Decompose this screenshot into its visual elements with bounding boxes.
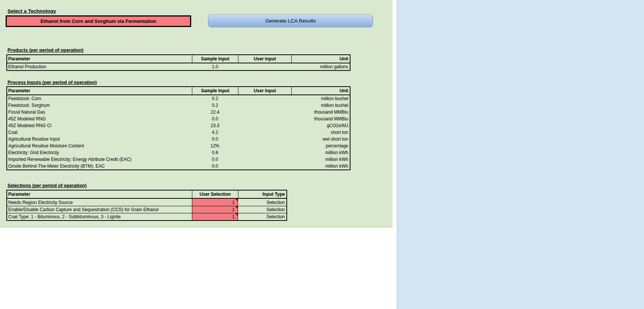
unit-cell: million kWh	[291, 163, 350, 170]
generate-lca-results-button[interactable]: Generate LCA Results	[208, 14, 373, 27]
unit-cell: million kWh	[291, 156, 350, 163]
user-selection-header: User Selection	[192, 190, 238, 198]
sample-input-cell: 12%	[192, 142, 238, 149]
unit-cell: thousand MMBtu	[291, 109, 350, 116]
input-type-header: Input Type	[238, 190, 286, 198]
user-input-cell[interactable]	[238, 63, 291, 70]
table-row: 45Z Modeled RNG0.0thousand MMBtu	[7, 116, 350, 122]
user-selection-cell[interactable]: 1	[192, 199, 238, 206]
parameter-cell: Needs Region Electricity Source	[7, 199, 192, 206]
parameter-cell: Coal	[7, 129, 192, 136]
sample-input-cell: 4.2	[192, 129, 238, 136]
table-row: Enable/Disable Carbon Capture and Seques…	[7, 206, 286, 213]
table-row: Feedstock: Sorghum0.2million bushel	[7, 102, 350, 109]
selections-section-title: Selections (per period of operation)	[7, 183, 87, 188]
results-panel: To display results, please select a clea…	[397, 0, 644, 309]
user-input-cell[interactable]	[238, 156, 291, 163]
products-section-title: Products (per period of operation)	[7, 48, 84, 53]
parameter-cell: Enable/Disable Carbon Capture and Seques…	[7, 206, 192, 213]
process-inputs-table: ParameterSample InputUser InputUnitFeeds…	[6, 86, 350, 170]
unit-cell: wet short ton	[291, 136, 350, 142]
user-input-cell[interactable]	[238, 129, 291, 136]
parameter-cell: Coal Type: 1 - Bituminous, 2 - Subbitumi…	[7, 213, 192, 220]
technology-selector-cell[interactable]: Ethanol from Corn and Sorghum via Fermen…	[6, 15, 191, 27]
sample-input-header: Sample Input	[192, 55, 238, 63]
process-inputs-section-title: Process Inputs (per period of operation)	[7, 80, 97, 85]
user-input-cell[interactable]	[238, 149, 291, 156]
parameter-cell: 45Z Modeled RNG CI	[7, 122, 192, 129]
parameter-cell: 45Z Modeled RNG	[7, 116, 192, 122]
user-input-header: User Input	[238, 87, 291, 94]
unit-cell: million kWh	[291, 149, 350, 156]
sample-input-header: Sample Input	[192, 87, 238, 94]
parameter-header: Parameter	[7, 87, 192, 94]
spreadsheet-canvas: Select a Technology Ethanol from Corn an…	[0, 0, 644, 309]
user-input-cell[interactable]	[238, 163, 291, 170]
user-input-cell[interactable]	[238, 109, 291, 116]
table-row: Needs Region Electricity Source1Selectio…	[7, 199, 286, 206]
user-selection-cell[interactable]: 1	[192, 206, 238, 213]
table-row: Agricultural Residue Input0.0wet short t…	[7, 136, 350, 142]
table-row: Coal Type: 1 - Bituminous, 2 - Subbitumi…	[7, 213, 286, 220]
sample-input-cell: 1.0	[192, 63, 238, 70]
user-input-cell[interactable]	[238, 136, 291, 142]
parameter-cell: Agricultural Residue Input	[7, 136, 192, 142]
table-header-row: ParameterSample InputUser InputUnit	[7, 87, 350, 95]
table-row: Agricultural Residue Moisture Content12%…	[7, 142, 350, 149]
user-input-header: User Input	[238, 55, 291, 63]
user-input-cell[interactable]	[238, 142, 291, 149]
parameter-cell: Feedstock: Corn	[7, 95, 192, 102]
user-input-cell[interactable]	[238, 102, 291, 109]
input-type-cell: Selection	[238, 206, 286, 213]
table-header-row: ParameterUser SelectionInput Type	[7, 190, 286, 199]
unit-cell: million bushel	[291, 95, 350, 102]
table-row: Imported Renewable Electricity: Energy A…	[7, 156, 350, 163]
sample-input-cell: 0.0	[192, 136, 238, 142]
unit-header: Unit	[291, 55, 350, 63]
table-header-row: ParameterSample InputUser InputUnit	[7, 55, 350, 63]
parameter-cell: Feedstock: Sorghum	[7, 102, 192, 109]
sample-input-cell: 23.3	[192, 122, 238, 129]
unit-cell: percentage	[291, 142, 350, 149]
parameter-header: Parameter	[7, 55, 192, 63]
table-row: 45Z Modeled RNG CI23.3gCO2e/MJ	[7, 122, 350, 129]
input-type-cell: Selection	[238, 213, 286, 220]
sample-input-cell: 0.2	[192, 95, 238, 102]
user-input-cell[interactable]	[238, 116, 291, 122]
parameter-cell: Agricultural Residue Moisture Content	[7, 142, 192, 149]
parameter-cell: Fossil Natural Gas	[7, 109, 192, 116]
selections-table: ParameterUser SelectionInput TypeNeeds R…	[6, 190, 287, 221]
sample-input-cell: 0.6	[192, 149, 238, 156]
user-input-cell[interactable]	[238, 122, 291, 129]
unit-cell: short ton	[291, 129, 350, 136]
unit-cell: thousand MMBtu	[291, 116, 350, 122]
products-table: ParameterSample InputUser InputUnitEthan…	[6, 54, 350, 71]
table-row: Electricity: Grid Electricity0.6million …	[7, 149, 350, 156]
table-row: Onsite Behind-The-Meter Electricity (BTM…	[7, 163, 350, 170]
parameter-header: Parameter	[7, 190, 192, 198]
table-row: Coal4.2short ton	[7, 129, 350, 136]
parameter-cell: Imported Renewable Electricity: Energy A…	[7, 156, 192, 163]
user-selection-cell[interactable]: 1	[192, 213, 238, 220]
unit-cell: million gallons	[291, 63, 350, 70]
table-row: Fossil Natural Gas22.4thousand MMBtu	[7, 109, 350, 116]
table-row: Ethanol Production1.0million gallons	[7, 63, 350, 70]
unit-cell: gCO2e/MJ	[291, 122, 350, 129]
input-panel: Select a Technology Ethanol from Corn an…	[0, 0, 392, 228]
sample-input-cell: 0.0	[192, 116, 238, 122]
parameter-cell: Ethanol Production	[7, 63, 192, 70]
sample-input-cell: 22.4	[192, 109, 238, 116]
sample-input-cell: 0.2	[192, 102, 238, 109]
table-row: Feedstock: Corn0.2million bushel	[7, 95, 350, 102]
technology-label: Select a Technology	[7, 8, 56, 14]
unit-cell: million bushel	[291, 102, 350, 109]
sample-input-cell: 0.0	[192, 156, 238, 163]
user-input-cell[interactable]	[238, 95, 291, 102]
unit-header: Unit	[291, 87, 350, 94]
parameter-cell: Electricity: Grid Electricity	[7, 149, 192, 156]
parameter-cell: Onsite Behind-The-Meter Electricity (BTM…	[7, 163, 192, 170]
sample-input-cell: 0.0	[192, 163, 238, 170]
input-type-cell: Selection	[238, 199, 286, 206]
